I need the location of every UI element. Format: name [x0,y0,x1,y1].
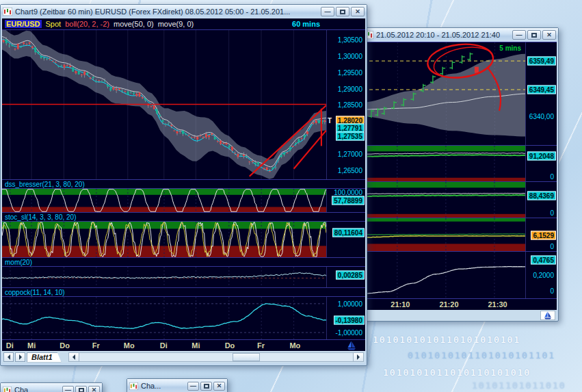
scroll-left-button[interactable] [69,353,79,361]
axis-label: 1,29000 [338,85,362,92]
time-axis-label: Fr [92,341,100,350]
price-tag: -0,13980 [334,316,365,325]
restore-button[interactable] [200,382,212,391]
time-axis-label: Mi [191,341,200,350]
axis-label: -1,00000 [336,329,362,337]
close-button[interactable]: ✕ [351,7,365,16]
mom-panel-header[interactable]: mom(20) [2,257,365,266]
mom-indicator-canvas[interactable] [2,267,326,287]
close-button[interactable]: ✕ [213,382,225,391]
axis-label: 1,28500 [338,101,362,109]
close-button[interactable]: ✕ [542,30,556,40]
small-window-title: 21.05.2012 20:10 - 21.05.2012 21:40 [376,31,500,39]
minimize-button[interactable]: — [187,382,199,391]
stoc-indicator-canvas[interactable] [2,222,326,257]
minimized-window-1[interactable]: Cha — ✕ [0,382,103,392]
axis-label: 0,2000 [533,272,554,279]
small-panel1-canvas[interactable] [363,146,525,181]
scroll-right-button[interactable] [353,353,363,361]
move9-indicator-label[interactable]: move(9, 0) [158,20,194,28]
move50-indicator-label[interactable]: move(50, 0) [114,20,154,28]
minimize-button[interactable]: — [62,386,74,392]
time-axis-label: Mo [289,341,300,350]
restore-icon [79,388,84,392]
small-panel2-axis: 88,43690 [525,182,557,218]
maximize-icon [531,33,537,38]
coppock-indicator-canvas[interactable] [2,297,326,339]
small-panel2-canvas[interactable] [363,182,525,218]
axis-label: 0 [550,287,554,295]
small-panel4-canvas[interactable] [363,252,525,298]
time-axis-label: 21:20 [439,300,458,309]
symbol-label[interactable]: EUR/USD [5,20,42,28]
price-tag: 88,4369 [527,191,556,200]
scrollbar-thumb[interactable] [233,353,260,361]
minimize-button[interactable]: — [512,30,526,40]
maximize-icon [340,10,345,14]
time-axis-label: 21:30 [488,300,507,309]
sheet-tab-bar: Blatt1 [2,351,365,363]
main-chart-canvas[interactable] [2,30,326,179]
minimize-icon: — [65,387,71,392]
small-panel4-axis: 0,47650,20000 [525,252,557,298]
time-axis-label: Fr [257,341,265,350]
small-panel3-canvas[interactable] [363,218,525,251]
dss-indicator-canvas[interactable] [2,189,326,212]
axis-label: 6340,00 [529,113,554,120]
axis-label: 1,30500 [338,36,362,44]
dss-panel-header[interactable]: dss_bresser(21, 3, 80, 20) [2,179,365,188]
price-tag: 6,1529 [531,231,556,239]
maximize-button[interactable] [527,30,541,40]
app-logo-icon [346,341,357,353]
tab-scroll-right-button[interactable] [15,352,25,362]
tab-scroll-left-button[interactable] [3,352,14,362]
right-arrow-icon [19,354,22,360]
restore-button[interactable] [75,386,87,392]
time-axis-label: Do [59,341,70,350]
close-icon: ✕ [546,32,552,38]
time-axis-label: Di [6,341,14,350]
maximize-button[interactable] [336,7,349,16]
minimize-button[interactable]: — [321,7,334,16]
price-tag: 0,4765 [531,256,556,265]
small-window-titlebar[interactable]: 21.05.2012 20:10 - 21.05.2012 21:40 — ✕ [362,28,558,42]
minimized-window-1-titlebar[interactable]: Cha — ✕ [1,383,102,392]
time-axis-label: Mi [27,341,36,350]
binary-decoration: 10101101011010 [472,380,566,391]
time-axis-label: 21:10 [391,300,410,309]
horizontal-scrollbar[interactable] [68,352,364,362]
coppock-panel-header[interactable]: coppock(11, 14, 10) [2,287,365,296]
axis-label: 0 [550,243,554,250]
small-time-axis: 21:1021:2021:30 [363,298,557,310]
close-icon: ✕ [217,383,222,389]
small-chart-window[interactable]: 21.05.2012 20:10 - 21.05.2012 21:40 — ✕ … [361,27,559,322]
left-arrow-icon [72,354,75,360]
small-panel1-axis: 91,20480 [525,146,557,181]
main-chart-window[interactable]: Chart9 (Zeitbar 60 min) EURUSD (Forex FX… [0,4,367,366]
binary-decoration: 1010101010110101010101 [373,335,520,345]
price-tag: 57,78899 [332,196,365,205]
right-arrow-icon [357,354,360,360]
minimized-window-2-title: Cha... [141,382,161,390]
minimize-icon: — [190,383,196,389]
axis-label: 100,0000 [334,188,362,196]
axis-label: 0 [550,209,554,216]
time-axis-label: Mo [124,341,135,350]
price-tag: 91,2048 [527,151,556,160]
minimized-window-2-titlebar[interactable]: Cha... — ✕ [127,379,227,392]
minimized-window-2[interactable]: Cha... — ✕ [127,378,228,392]
sheet-tab-blatt1[interactable]: Blatt1 [27,352,62,363]
boll-indicator-label[interactable]: boll(20, 2, -2) [65,20,109,28]
main-window-titlebar[interactable]: Chart9 (Zeitbar 60 min) EURUSD (Forex FX… [1,5,367,18]
stoc-axis: 80,11604 [326,222,365,257]
small-chart-canvas[interactable] [363,42,525,145]
axis-label: 1,30000 [338,53,362,60]
stoc-panel-header[interactable]: stoc_sl(14, 3, 3, 80, 20) [2,212,365,221]
small-window-bottom-bar [363,310,557,321]
close-button[interactable]: ✕ [88,386,100,392]
app-logo-icon [540,311,555,320]
scrollbar-track[interactable] [79,353,353,361]
price-tag: 80,11604 [332,228,365,237]
time-axis-label: Do [225,341,235,350]
chart-window-icon [3,8,12,16]
